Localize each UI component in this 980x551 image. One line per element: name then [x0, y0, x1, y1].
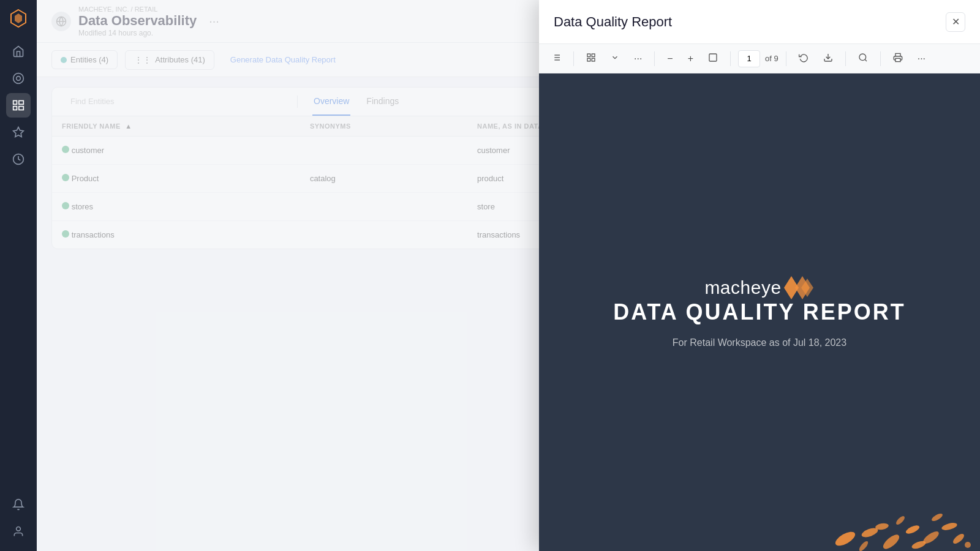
pdf-list-btn[interactable]: [546, 50, 566, 68]
pdf-download-btn[interactable]: [818, 50, 838, 68]
modal-header: Data Quality Report ✕: [539, 0, 980, 44]
pdf-chevron-down-btn[interactable]: [606, 50, 624, 67]
pdf-divider-5: [845, 51, 846, 66]
pdf-page-1: macheye DATA QUALITY REPORT For Retail W…: [564, 73, 956, 551]
modal-title: Data Quality Report: [554, 14, 672, 30]
pdf-bottom-decoration: [539, 490, 980, 551]
pdf-deco-svg: [539, 490, 980, 551]
pdf-logo-wordmark: macheye: [704, 277, 781, 298]
svg-point-34: [905, 523, 921, 535]
svg-rect-27: [895, 58, 900, 61]
pdf-divider-4: [786, 51, 786, 66]
pdf-fit-btn[interactable]: [703, 50, 723, 68]
data-quality-modal: Data Quality Report ✕ ··· − + 1 of: [539, 0, 980, 551]
pdf-divider-6: [880, 51, 881, 66]
modal-close-button[interactable]: ✕: [946, 12, 965, 32]
svg-point-36: [941, 522, 958, 531]
svg-point-41: [930, 512, 943, 523]
svg-rect-21: [587, 58, 590, 61]
svg-point-39: [895, 515, 906, 526]
svg-point-37: [858, 540, 870, 551]
svg-point-42: [951, 532, 965, 545]
pdf-more-btn-2[interactable]: ···: [913, 50, 930, 67]
pdf-content: macheye DATA QUALITY REPORT For Retail W…: [539, 73, 980, 551]
pdf-divider-1: [573, 51, 574, 66]
pdf-logo: macheye: [704, 276, 814, 299]
pdf-thumbnail-btn[interactable]: [581, 50, 601, 68]
pdf-main-title: DATA QUALITY REPORT: [613, 299, 906, 325]
svg-rect-19: [587, 54, 590, 57]
svg-rect-20: [592, 54, 595, 57]
pdf-rotate-btn[interactable]: [794, 50, 813, 68]
svg-line-26: [865, 59, 867, 61]
svg-point-31: [833, 529, 857, 549]
svg-rect-22: [592, 58, 595, 61]
svg-point-25: [859, 54, 866, 61]
pdf-more-btn-1[interactable]: ···: [629, 50, 647, 67]
modal-overlay: Data Quality Report ✕ ··· − + 1 of: [0, 0, 980, 551]
svg-point-43: [965, 542, 971, 548]
pdf-zoom-out-btn[interactable]: −: [662, 50, 677, 67]
pdf-toolbar: ··· − + 1 of 9 ···: [539, 44, 980, 73]
pdf-logo-chevron-icon: [784, 276, 815, 299]
pdf-subtitle: For Retail Workspace as of Jul 18, 2023: [673, 337, 846, 348]
pdf-zoom-in-btn[interactable]: +: [683, 50, 698, 67]
svg-point-33: [881, 532, 902, 551]
pdf-divider-2: [654, 51, 655, 66]
pdf-search-btn[interactable]: [853, 50, 873, 68]
pdf-total-pages: of 9: [765, 54, 778, 63]
pdf-divider-3: [730, 51, 731, 66]
pdf-print-btn[interactable]: [888, 50, 908, 68]
svg-rect-23: [709, 54, 717, 61]
pdf-page-input[interactable]: 1: [738, 50, 760, 67]
